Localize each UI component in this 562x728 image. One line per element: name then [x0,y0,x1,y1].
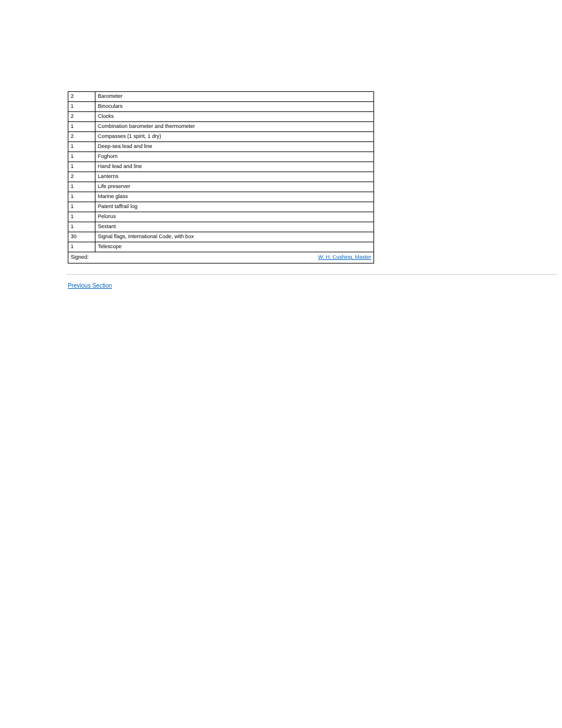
item-cell: Lanterns [95,172,373,182]
table-row: 1Pelorus [68,212,374,222]
previous-section-link[interactable]: Previous Section [68,282,112,289]
table-row: 1Combination barometer and thermometer [68,122,374,132]
item-cell: Clocks [95,112,373,122]
table-row: 1Sextant [68,222,374,232]
item-cell: Combination barometer and thermometer [95,122,373,132]
qty-cell: 2 [68,92,95,102]
qty-cell: 1 [68,202,95,212]
item-cell: Deep-sea lead and line [95,142,373,152]
qty-cell: 2 [68,172,95,182]
table-row: 2Compasses (1 spirit, 1 dry) [68,132,374,142]
table-row: 1Patent taffrail log [68,202,374,212]
table-row: 2Barometer [68,92,374,102]
table-row: 1Hand lead and line [68,162,374,172]
item-cell: Patent taffrail log [95,202,373,212]
qty-cell: 2 [68,112,95,122]
table-row: 1Marine glass [68,192,374,202]
table-row: 2Clocks [68,112,374,122]
item-cell: Pelorus [95,212,373,222]
table-row: 1Foghorn [68,152,374,162]
table-row: 2Lanterns [68,172,374,182]
qty-cell: 1 [68,192,95,202]
table-row: 1Telescope [68,242,374,252]
qty-cell: 1 [68,142,95,152]
qty-cell: 2 [68,132,95,142]
item-cell: Compasses (1 spirit, 1 dry) [95,132,373,142]
item-cell: Binoculars [95,102,373,112]
qty-cell: 1 [68,152,95,162]
item-cell: Signal flags, International Code, with b… [95,232,373,242]
item-cell: Foghorn [95,152,373,162]
table-row: 1Deep-sea lead and line [68,142,374,152]
signed-link[interactable]: W. H. Cushing, Master [318,254,371,261]
qty-cell: 1 [68,162,95,172]
qty-cell: 30 [68,232,95,242]
signed-label: Signed: [71,254,89,261]
table-row: 30Signal flags, International Code, with… [68,232,374,242]
item-cell: Telescope [95,242,373,252]
qty-cell: 1 [68,242,95,252]
item-cell: Marine glass [95,192,373,202]
qty-cell: 1 [68,182,95,192]
inventory-table: 2Barometer1Binoculars2Clocks1Combination… [68,91,374,263]
section-divider [67,274,557,275]
item-cell: Sextant [95,222,373,232]
item-cell: Hand lead and line [95,162,373,172]
table-row: 1Binoculars [68,102,374,112]
qty-cell: 1 [68,122,95,132]
item-cell: Barometer [95,92,373,102]
item-cell: Life preserver [95,182,373,192]
qty-cell: 1 [68,212,95,222]
qty-cell: 1 [68,102,95,112]
signed-row: Signed: W. H. Cushing, Master [68,252,374,263]
table-row: 1Life preserver [68,182,374,192]
qty-cell: 1 [68,222,95,232]
